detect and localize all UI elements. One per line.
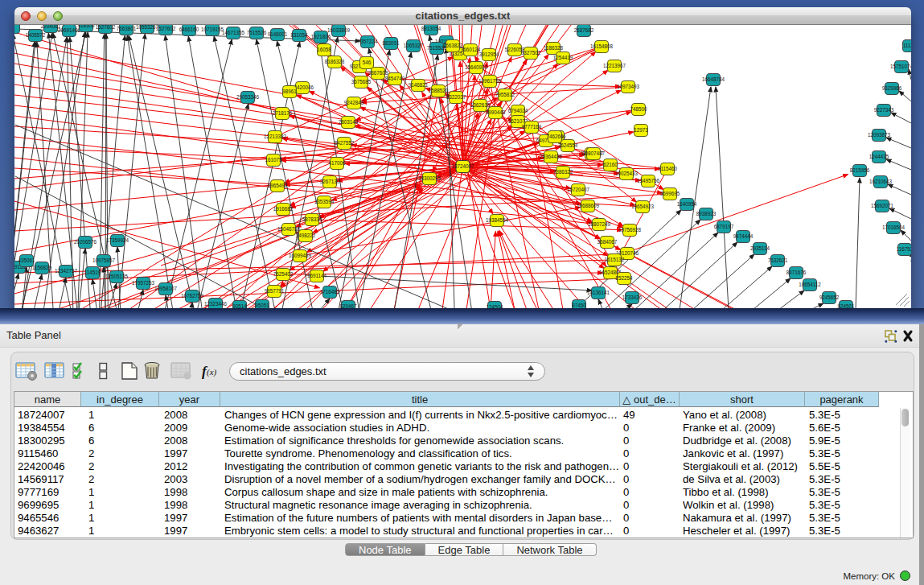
svg-text:10807487: 10807487: [582, 150, 606, 156]
svg-text:16648784: 16648784: [702, 76, 725, 82]
svg-text:9329966: 9329966: [882, 85, 902, 91]
svg-text:3675685: 3675685: [351, 79, 372, 84]
svg-text:15640910: 15640910: [465, 64, 488, 70]
svg-text:(x): (x): [207, 367, 217, 377]
svg-text:417006: 417006: [328, 160, 346, 166]
svg-text:16099489: 16099489: [289, 253, 312, 258]
svg-text:8322037: 8322037: [446, 94, 466, 100]
svg-text:831054: 831054: [290, 32, 308, 38]
svg-text:1691144: 1691144: [307, 273, 327, 278]
svg-text:10025433: 10025433: [615, 171, 639, 176]
svg-text:9146821: 9146821: [409, 82, 429, 88]
svg-text:10973493: 10973493: [617, 84, 640, 89]
svg-text:7625402: 7625402: [273, 271, 294, 277]
svg-text:1156829: 1156829: [32, 265, 52, 270]
svg-text:1527602: 1527602: [96, 25, 116, 30]
svg-text:19756928: 19756928: [618, 227, 642, 233]
svg-text:8813054: 8813054: [421, 26, 441, 31]
svg-text:16154808: 16154808: [590, 43, 614, 49]
svg-text:2867608: 2867608: [368, 70, 388, 76]
svg-text:16033809: 16033809: [327, 27, 351, 33]
svg-text:5878334: 5878334: [302, 216, 322, 222]
svg-text:3660124: 3660124: [461, 47, 481, 52]
svg-text:1615132: 1615132: [605, 257, 625, 262]
svg-text:12971: 12971: [634, 127, 648, 133]
svg-text:114519: 114519: [84, 270, 101, 275]
svg-text:2718176: 2718176: [273, 110, 293, 116]
svg-text:10688609: 10688609: [577, 203, 600, 208]
svg-text:10719155: 10719155: [201, 27, 224, 32]
svg-text:19654923: 19654923: [631, 204, 655, 209]
svg-text:16210643: 16210643: [869, 179, 893, 184]
svg-text:10961758: 10961758: [478, 78, 502, 84]
svg-text:9699695: 9699695: [660, 191, 680, 196]
svg-text:1254419: 1254419: [553, 55, 573, 60]
svg-text:9245652: 9245652: [819, 295, 840, 300]
svg-text:1733426: 1733426: [622, 295, 643, 300]
svg-text:18724007: 18724007: [451, 163, 474, 169]
svg-text:1965492: 1965492: [268, 183, 288, 188]
svg-text:16046788: 16046788: [277, 226, 301, 232]
svg-text:1640954: 1640954: [677, 201, 697, 207]
svg-text:6794024: 6794024: [508, 108, 528, 113]
svg-text:8471676: 8471676: [786, 270, 807, 275]
svg-text:3267130: 3267130: [320, 179, 340, 184]
svg-text:6466160: 6466160: [179, 27, 199, 32]
svg-text:3624554: 3624554: [558, 142, 578, 148]
svg-text:1405572: 1405572: [26, 32, 46, 38]
svg-text:29053346: 29053346: [236, 94, 260, 100]
svg-text:7386322: 7386322: [553, 169, 573, 175]
svg-text:12342757: 12342757: [55, 268, 78, 274]
svg-text:20206576: 20206576: [74, 239, 97, 245]
svg-text:16782759: 16782759: [181, 293, 204, 299]
svg-text:746266: 746266: [546, 134, 564, 139]
svg-text:1916682: 1916682: [273, 206, 294, 212]
svg-text:10975857: 10975857: [92, 257, 116, 263]
svg-text:7632621: 7632621: [768, 257, 788, 263]
svg-text:918306: 918306: [77, 25, 95, 28]
svg-text:12505135: 12505135: [105, 274, 129, 279]
svg-text:8215956: 8215956: [850, 167, 870, 173]
svg-text:12213967: 12213967: [603, 63, 626, 68]
svg-text:20691406: 20691406: [58, 27, 81, 33]
svg-text:17359924: 17359924: [106, 237, 129, 243]
svg-text:9657791: 9657791: [265, 288, 285, 294]
svg-text:1353594: 1353594: [314, 199, 335, 204]
svg-text:7357224: 7357224: [358, 39, 378, 44]
svg-text:13495756: 13495756: [637, 178, 660, 183]
svg-text:15720407: 15720407: [567, 187, 590, 192]
svg-text:3684067: 3684067: [598, 239, 618, 245]
svg-text:883091: 883091: [382, 40, 400, 46]
svg-text:14136141: 14136141: [587, 290, 610, 295]
svg-text:15751074: 15751074: [890, 64, 911, 69]
svg-text:6879197: 6879197: [714, 224, 734, 229]
svg-text:1527602: 1527602: [156, 26, 176, 31]
svg-text:8990448: 8990448: [486, 109, 506, 115]
svg-text:11123: 11123: [903, 43, 911, 48]
svg-text:10958107: 10958107: [154, 286, 178, 291]
svg-text:1921806: 1921806: [311, 34, 331, 39]
svg-text:435061: 435061: [18, 257, 35, 263]
svg-text:7955812: 7955812: [495, 92, 515, 97]
svg-text:9242848: 9242848: [344, 100, 364, 105]
svg-text:62160: 62160: [603, 162, 618, 167]
svg-text:98961: 98961: [282, 89, 297, 94]
svg-text:7515526: 7515526: [247, 30, 267, 35]
svg-text:18807249: 18807249: [588, 221, 611, 227]
svg-text:8186328: 8186328: [325, 59, 345, 64]
svg-text:252254: 252254: [615, 275, 633, 281]
svg-text:18300295: 18300295: [418, 175, 441, 181]
svg-text:12213382: 12213382: [264, 134, 287, 139]
svg-text:1186328: 1186328: [544, 45, 564, 51]
svg-text:1065327: 1065327: [404, 43, 424, 48]
svg-text:2935114: 2935114: [750, 245, 770, 251]
svg-text:3498222: 3498222: [296, 233, 316, 238]
svg-text:3912954: 3912954: [479, 51, 499, 57]
svg-text:9327502: 9327502: [521, 50, 541, 56]
svg-text:8454749: 8454749: [385, 76, 405, 81]
svg-text:9777169: 9777169: [522, 124, 542, 130]
svg-text:1244415: 1244415: [869, 154, 889, 159]
svg-text:1362615: 1362615: [470, 102, 491, 108]
svg-text:19384554: 19384554: [486, 217, 509, 223]
svg-text:2803144: 2803144: [339, 119, 359, 125]
